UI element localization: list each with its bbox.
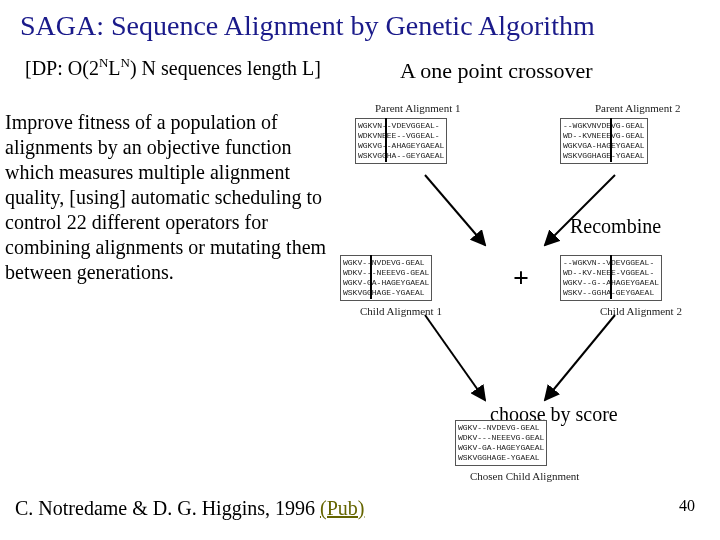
slide-title: SAGA: Sequence Alignment by Genetic Algo… (20, 10, 700, 42)
plus-icon: + (513, 262, 529, 294)
svg-line-1 (545, 175, 615, 245)
svg-line-2 (425, 315, 485, 400)
parent2-cutline (610, 118, 612, 162)
child2-label: Child Alignment 2 (600, 305, 682, 317)
svg-line-3 (545, 315, 615, 400)
crossover-diagram: Parent Alignment 1 WGKVN--VDEVGGEAL- WDK… (335, 100, 715, 520)
parent1-cutline (385, 118, 387, 162)
chosen-label: Chosen Child Alignment (470, 470, 579, 482)
complexity-suffix: ) N sequences length L] (130, 57, 321, 79)
parent2-box: --WGKVNVDEVG-GEAL WD--KVNEEEVG-GEAL WGKV… (560, 118, 648, 164)
citation-text: C. Notredame & D. G. Higgins, 1996 (15, 497, 320, 519)
parent1-label: Parent Alignment 1 (375, 102, 461, 114)
child1-box: WGKV--NVDEVG-GEAL WDKV---NEEEVG-GEAL WGK… (340, 255, 432, 301)
chosen-box: WGKV--NVDEVG-GEAL WDKV---NEEEVG-GEAL WGK… (455, 420, 547, 466)
parent1-box: WGKVN--VDEVGGEAL- WDKVNEEE--VGGEAL- WGKV… (355, 118, 447, 164)
complexity-mid: L (108, 57, 120, 79)
citation: C. Notredame & D. G. Higgins, 1996 (Pub) (15, 497, 364, 520)
complexity-sup2: N (121, 55, 130, 70)
parent2-label: Parent Alignment 2 (595, 102, 681, 114)
child1-label: Child Alignment 1 (360, 305, 442, 317)
child1-cutline (370, 255, 372, 299)
body-paragraph: Improve fitness of a population of align… (5, 110, 335, 285)
complexity-prefix: [DP: O(2 (25, 57, 99, 79)
complexity-sup1: N (99, 55, 108, 70)
child2-cutline (610, 255, 612, 299)
complexity-notation: [DP: O(2NLN) N sequences length L] (25, 55, 321, 80)
crossover-heading: A one point crossover (400, 58, 592, 84)
svg-line-0 (425, 175, 485, 245)
